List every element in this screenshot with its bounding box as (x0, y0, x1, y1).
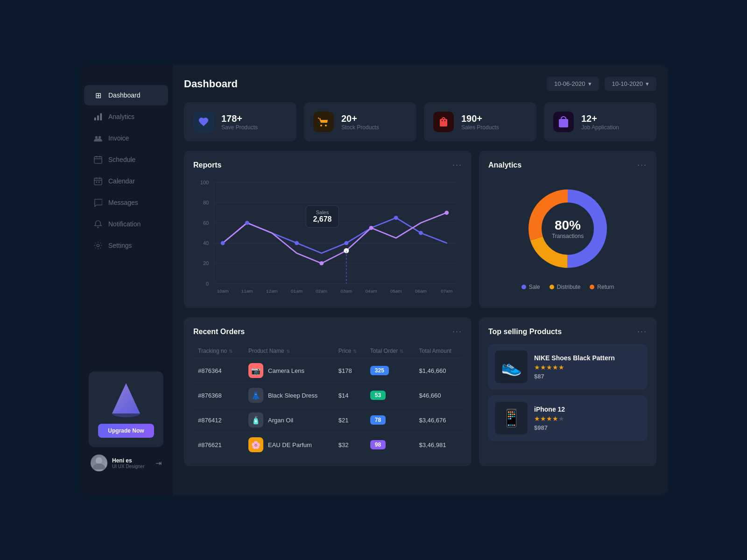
date-filters: 10-06-2020 ▾ 10-10-2020 ▾ (547, 77, 656, 91)
table-row: #876364 📷 Camera Lens $178 325 $1,46,660 (193, 358, 462, 383)
donut-chart: 80% Transactions (521, 182, 614, 275)
product-name: NIKE Shoes Black Pattern (534, 354, 615, 362)
sidebar-item-label: Invoice (108, 134, 129, 142)
dashboard-icon: ⊞ (93, 91, 103, 100)
product-price: $987 (534, 424, 565, 431)
sales-products-icon (433, 112, 454, 132)
svg-point-16 (97, 244, 99, 246)
svg-rect-5 (94, 157, 102, 163)
svg-point-3 (95, 136, 98, 139)
job-application-label: Job Application (581, 124, 619, 131)
product-rating: ★★★★★ (534, 364, 615, 371)
svg-point-19 (96, 457, 102, 464)
sidebar-item-analytics[interactable]: Analytics (84, 106, 168, 127)
upgrade-now-button[interactable]: Upgrade Now (98, 424, 154, 438)
sidebar-item-messages[interactable]: Messages (84, 192, 168, 213)
svg-point-47 (394, 216, 398, 220)
svg-rect-1 (97, 115, 99, 120)
svg-rect-2 (100, 113, 102, 120)
bottom-row: Recent Orders ··· Tracking no⇅ Product N… (184, 317, 656, 466)
sort-icon[interactable]: ⇅ (286, 349, 290, 354)
analytics-icon (93, 112, 103, 121)
stat-card-stock: 20+ Stock Products (304, 102, 416, 141)
product-icon: 🧴 (248, 413, 263, 427)
stat-cards: 178+ Save Products 20+ Stock Products (184, 102, 656, 141)
sale-dot (521, 285, 526, 289)
analytics-menu-icon[interactable]: ··· (637, 160, 647, 170)
sidebar-item-label: Schedule (108, 156, 135, 163)
product-rating: ★★★★★ (534, 415, 565, 422)
svg-point-18 (112, 410, 140, 417)
svg-text:40: 40 (203, 240, 209, 246)
svg-text:05am: 05am (390, 288, 402, 294)
chevron-down-icon: ▾ (646, 80, 649, 87)
sidebar-item-label: Analytics (108, 113, 134, 120)
reports-menu-icon[interactable]: ··· (452, 160, 462, 170)
reports-chart: 100 80 60 40 20 0 10am 11am 12am 01am 02… (193, 177, 462, 299)
sidebar-item-calendar[interactable]: Calendar (84, 171, 168, 191)
job-application-number: 12+ (581, 113, 619, 124)
svg-point-49 (319, 261, 324, 266)
svg-point-15 (98, 227, 99, 228)
upgrade-card: Upgrade Now (89, 371, 163, 447)
recent-orders-title: Recent Orders (193, 328, 245, 336)
product-thumbnail: 📱 (495, 402, 528, 434)
user-role: UI UX Designer (112, 464, 151, 469)
svg-text:100: 100 (200, 180, 209, 185)
save-products-number: 178+ (221, 113, 258, 124)
legend-sale: Sale (521, 284, 540, 290)
sort-icon[interactable]: ⇅ (400, 349, 403, 354)
date-filter-2[interactable]: 10-10-2020 ▾ (605, 77, 657, 91)
user-name: Heni es (112, 457, 151, 464)
svg-point-44 (245, 221, 249, 225)
legend-return: Return (590, 284, 614, 290)
svg-point-45 (295, 241, 299, 245)
svg-text:60: 60 (203, 220, 209, 226)
list-item: 📱 iPhone 12 ★★★★★ $987 (488, 395, 647, 441)
svg-point-43 (221, 241, 225, 245)
messages-icon (93, 198, 103, 207)
sort-icon[interactable]: ⇅ (353, 349, 357, 354)
svg-text:20: 20 (203, 261, 209, 266)
sidebar-item-schedule[interactable]: Schedule (84, 149, 168, 170)
stock-products-number: 20+ (341, 113, 379, 124)
sort-icon[interactable]: ⇅ (229, 349, 233, 354)
analytics-card: Analytics ··· (479, 151, 656, 308)
svg-text:12am: 12am (266, 288, 278, 294)
charts-row: Reports ··· 100 80 (184, 151, 656, 308)
sidebar-item-settings[interactable]: Settings (84, 235, 168, 256)
svg-rect-9 (94, 178, 102, 185)
svg-text:06am: 06am (415, 288, 427, 294)
product-price: $87 (534, 373, 615, 380)
return-dot (590, 285, 594, 289)
sidebar-item-notification[interactable]: Notification (84, 214, 168, 234)
notification-icon (93, 219, 103, 229)
orders-menu-icon[interactable]: ··· (452, 327, 462, 336)
sidebar-item-label: Notification (108, 220, 141, 228)
stat-card-jobs: 12+ Job Application (544, 102, 656, 141)
header: Dashboard 10-06-2020 ▾ 10-10-2020 ▾ (184, 77, 656, 91)
chevron-down-icon: ▾ (588, 80, 592, 87)
svg-text:10am: 10am (217, 288, 229, 294)
svg-text:03am: 03am (340, 288, 352, 294)
product-icon: 📷 (248, 363, 263, 378)
stat-card-sales: 190+ Sales Products (424, 102, 536, 141)
sidebar-item-invoice[interactable]: Invoice (84, 128, 168, 148)
calendar-icon (93, 176, 103, 186)
main-content: Dashboard 10-06-2020 ▾ 10-10-2020 ▾ 178 (173, 65, 668, 495)
products-menu-icon[interactable]: ··· (637, 327, 647, 336)
list-item: 👟 NIKE Shoes Black Pattern ★★★★★ $87 (488, 344, 647, 390)
svg-text:01am: 01am (291, 288, 303, 294)
date-filter-1[interactable]: 10-06-2020 ▾ (547, 77, 599, 91)
table-row: #876368 👗 Black Sleep Dress $14 53 $46,6… (193, 383, 462, 408)
sidebar: ⊞ Dashboard Analytics Invoice Schedule (79, 65, 173, 495)
save-products-label: Save Products (221, 124, 258, 131)
svg-point-4 (99, 136, 101, 139)
donut-subtitle: Transactions (552, 233, 584, 239)
sidebar-item-dashboard[interactable]: ⊞ Dashboard (84, 85, 168, 105)
product-icon: 👗 (248, 388, 263, 403)
page-title: Dashboard (184, 78, 238, 90)
svg-point-46 (344, 241, 348, 245)
product-list: 👟 NIKE Shoes Black Pattern ★★★★★ $87 📱 i… (488, 344, 647, 441)
logout-icon[interactable]: ⇥ (155, 459, 162, 468)
